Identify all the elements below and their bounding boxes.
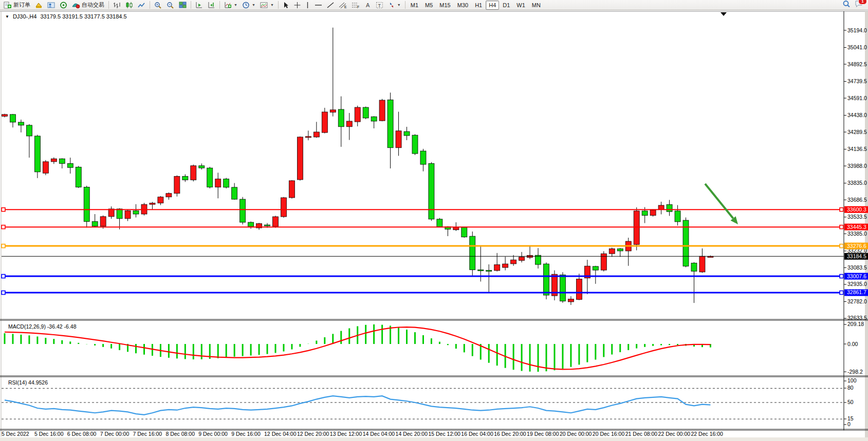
- price-axis-label: 33083.5: [847, 264, 867, 271]
- zoom-out-icon: [167, 2, 174, 9]
- horizontal-line-button[interactable]: [312, 0, 324, 10]
- indicators-icon: [224, 2, 232, 9]
- time-axis-label: 13 Dec 12:00: [330, 431, 362, 437]
- candle-body: [404, 131, 410, 136]
- cursor-button[interactable]: [281, 0, 291, 10]
- crosshair-button[interactable]: [292, 0, 303, 10]
- timeframe-m1-button[interactable]: M1: [408, 1, 421, 10]
- vertical-line-button[interactable]: [303, 0, 312, 10]
- candle-body: [43, 162, 48, 173]
- one-click-collapse-icon[interactable]: ▼: [5, 14, 9, 19]
- candle-body: [338, 109, 344, 127]
- candle-body: [560, 275, 565, 301]
- hline-handle[interactable]: [2, 244, 5, 248]
- timeframe-h4-button[interactable]: H4: [486, 1, 499, 10]
- macd-axis-label: 209.18: [847, 321, 864, 327]
- chevron-down-icon[interactable]: ▼: [234, 3, 237, 7]
- price-axis-label: 33686.5: [847, 197, 867, 203]
- chevron-down-icon[interactable]: ▼: [397, 3, 401, 7]
- candle-body: [667, 204, 672, 212]
- arrows-icon: [388, 2, 395, 9]
- candle-body: [133, 210, 139, 214]
- bar-chart-button[interactable]: [111, 0, 123, 10]
- chat-icon[interactable]: 1: [855, 0, 863, 10]
- time-axis-label: 8 Dec 08:00: [165, 431, 195, 437]
- candle-body: [470, 236, 475, 270]
- fibonacci-button[interactable]: F: [349, 0, 362, 10]
- timeframe-h1-button[interactable]: H1: [472, 1, 485, 10]
- price-tag-label: 33445.3: [847, 224, 866, 230]
- arrows-button[interactable]: ▼: [386, 0, 403, 10]
- candle-body: [379, 100, 385, 121]
- candle-body: [232, 187, 237, 199]
- time-axis-label: 20 Dec 16:00: [593, 431, 625, 437]
- candle-body: [330, 110, 336, 112]
- templates-button[interactable]: ▼: [258, 0, 276, 10]
- candle-body: [412, 135, 418, 154]
- navigator-button[interactable]: [45, 0, 57, 10]
- auto-trading-button[interactable]: 自动交易: [70, 0, 106, 10]
- candle-body: [675, 211, 680, 222]
- candle-body: [503, 264, 508, 267]
- time-axis[interactable]: 5 Dec 20225 Dec 16:006 Dec 08:007 Dec 00…: [2, 431, 723, 437]
- timeframe-m15-button[interactable]: M15: [436, 1, 453, 10]
- hline-handle[interactable]: [840, 275, 843, 278]
- auto-scroll-button[interactable]: [193, 0, 205, 10]
- rsi-axis-label: 100: [847, 377, 857, 384]
- hline-handle[interactable]: [2, 291, 5, 294]
- candle-body: [215, 179, 221, 187]
- zoom-out-button[interactable]: [164, 0, 176, 10]
- tile-windows-button[interactable]: [177, 0, 189, 10]
- chevron-down-icon[interactable]: ▼: [270, 3, 274, 7]
- text-label-button[interactable]: T: [374, 0, 385, 10]
- fibo-icon: F: [352, 2, 360, 9]
- timeframe-m30-button[interactable]: M30: [454, 1, 471, 10]
- line-chart-button[interactable]: [136, 0, 147, 10]
- search-icon[interactable]: [842, 0, 851, 10]
- text-a-icon: A: [364, 2, 371, 9]
- rsi-axis-label: 0: [847, 421, 851, 427]
- candle-body: [51, 159, 57, 162]
- hline-handle[interactable]: [2, 225, 5, 229]
- timeframe-w1-button[interactable]: W1: [513, 1, 528, 10]
- candle-body: [67, 163, 73, 167]
- zoom-in-button[interactable]: [152, 0, 164, 10]
- text-button[interactable]: A: [362, 0, 373, 10]
- hline-handle[interactable]: [840, 291, 843, 294]
- market-watch-button[interactable]: [33, 0, 45, 10]
- svg-text:A: A: [366, 2, 370, 8]
- hline-handle[interactable]: [840, 208, 843, 212]
- timeframe-m5-button[interactable]: M5: [422, 1, 436, 10]
- timeframe-d1-button[interactable]: D1: [500, 1, 513, 10]
- price-tag-label: 32861.7: [847, 289, 866, 295]
- candle-body: [544, 264, 549, 295]
- trendline-button[interactable]: [325, 0, 336, 10]
- candle-body: [363, 107, 368, 118]
- hline-handle[interactable]: [840, 225, 843, 229]
- candle-body: [125, 210, 131, 218]
- price-axis-label: 33835.0: [847, 180, 867, 186]
- equidistant-channel-button[interactable]: E: [337, 0, 349, 10]
- indicators-button[interactable]: ▼: [222, 0, 239, 10]
- candle-body: [174, 176, 180, 193]
- hline-handle[interactable]: [840, 244, 843, 248]
- candle-body: [486, 271, 492, 272]
- candle-body: [18, 122, 24, 125]
- candle-body: [240, 199, 246, 222]
- zoom-in-icon: [154, 2, 162, 9]
- periods-button[interactable]: ▼: [240, 0, 257, 10]
- candle-body: [2, 114, 8, 117]
- new-order-button[interactable]: 新订单: [2, 0, 32, 10]
- chart-bottom-edge: [0, 437, 868, 441]
- candle-body: [576, 279, 582, 299]
- timeframe-mn-button[interactable]: MN: [529, 1, 544, 10]
- time-axis-label: 14 Dec 04:00: [363, 431, 395, 437]
- hline-handle[interactable]: [2, 275, 5, 278]
- candle-body: [437, 219, 442, 227]
- candlestick-chart-button[interactable]: [123, 0, 135, 10]
- candle-body: [691, 263, 697, 271]
- chart-shift-button[interactable]: [206, 0, 217, 10]
- hline-handle[interactable]: [2, 208, 5, 212]
- terminal-button[interactable]: [58, 0, 69, 10]
- chevron-down-icon[interactable]: ▼: [252, 3, 255, 7]
